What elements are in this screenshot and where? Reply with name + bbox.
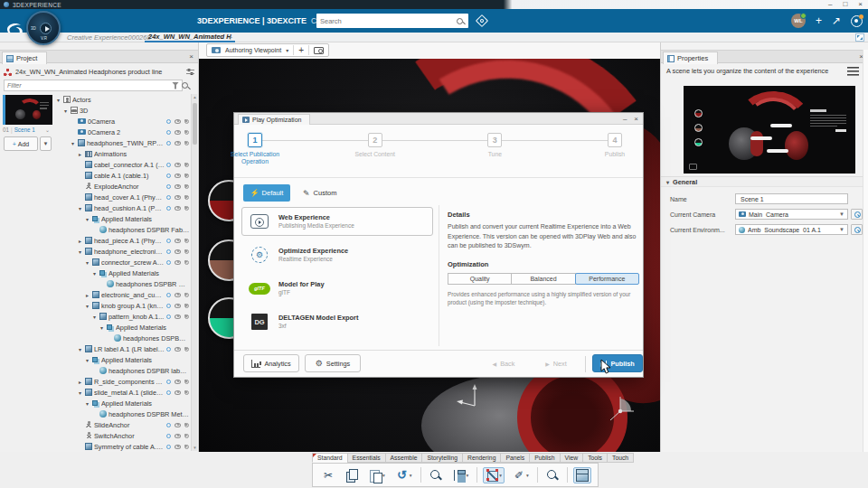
filter-input[interactable]: [5, 82, 172, 89]
dropdown-arrow-icon[interactable]: ▾: [499, 473, 502, 478]
tree-item[interactable]: ▾headphone_electronics A...: [54, 246, 190, 257]
share-icon[interactable]: ↗: [832, 15, 841, 26]
navigation-gizmo[interactable]: [604, 395, 637, 426]
user-avatar[interactable]: WL: [791, 14, 806, 28]
collapse-arrow-icon[interactable]: ▾: [84, 216, 90, 222]
wizard-step-4[interactable]: 4 Publish: [608, 133, 622, 147]
view-cube-icon[interactable]: [573, 467, 591, 483]
add-scene-dropdown-icon[interactable]: ▼: [40, 136, 52, 151]
help-compass-icon[interactable]: [851, 15, 863, 27]
tree-item[interactable]: 0Camera: [54, 116, 190, 127]
scroll-down-icon[interactable]: ▼: [192, 446, 198, 450]
visibility-icon[interactable]: [175, 184, 181, 189]
effects-icon[interactable]: [184, 119, 189, 124]
close-window-button[interactable]: ×: [858, 1, 863, 8]
expand-arrow-icon[interactable]: ▸: [77, 151, 83, 157]
effects-icon[interactable]: [184, 249, 189, 254]
visibility-icon[interactable]: [175, 195, 181, 200]
wizard-step-1[interactable]: 1 Select Publication Operation: [248, 133, 262, 147]
visibility-icon[interactable]: [175, 260, 181, 265]
panel-options-icon[interactable]: [186, 69, 194, 76]
add-content-icon[interactable]: +: [816, 15, 822, 26]
collapse-arrow-icon[interactable]: ▾: [77, 249, 83, 255]
project-panel-tab[interactable]: Project: [2, 52, 47, 64]
target-icon[interactable]: [166, 184, 171, 189]
collapse-arrow-icon[interactable]: ▾: [84, 303, 90, 309]
visibility-icon[interactable]: [175, 380, 181, 384]
quality-option[interactable]: Quality: [448, 273, 512, 285]
viewpoint-selector[interactable]: Authoring Viewpoint: [225, 47, 281, 53]
target-icon[interactable]: [166, 249, 171, 254]
tree-item[interactable]: head_cover A.1 (Physical...: [54, 192, 190, 202]
custom-mode-button[interactable]: ✎ Custom: [303, 189, 336, 198]
effects-icon[interactable]: [184, 195, 189, 200]
visibility-icon[interactable]: [175, 119, 181, 124]
bottom-tab-touch[interactable]: Touch: [607, 453, 634, 463]
target-icon[interactable]: [166, 206, 171, 211]
search-icon[interactable]: [457, 18, 463, 24]
bottom-tab-view[interactable]: View: [560, 453, 583, 463]
target-icon[interactable]: [166, 304, 171, 308]
dropdown-arrow-icon[interactable]: ▾: [382, 473, 385, 478]
tree-item[interactable]: ▾Applied Materials: [54, 354, 190, 365]
add-viewpoint-icon[interactable]: +: [298, 45, 304, 55]
tree-item[interactable]: cable A.1 (cable.1): [54, 170, 190, 181]
close-project-panel-icon[interactable]: ×: [189, 52, 193, 61]
collapse-arrow-icon[interactable]: ▾: [77, 389, 83, 396]
tree-item[interactable]: ▾headphones_TWIN_RPT_Sha...: [54, 137, 190, 148]
dropdown-arrow-icon[interactable]: ▾: [467, 473, 469, 478]
tree-item[interactable]: ▾Applied Materials: [54, 213, 190, 224]
visibility-icon[interactable]: [175, 206, 181, 211]
performance-option[interactable]: Performance: [575, 273, 639, 285]
collapse-arrow-icon[interactable]: ▾: [84, 357, 90, 363]
effects-icon[interactable]: [184, 293, 189, 297]
search-icon[interactable]: [543, 467, 561, 483]
tree-item[interactable]: Symmetry of cable A.1 (...: [54, 441, 190, 451]
tree-search-icon[interactable]: [182, 82, 188, 89]
chevron-down-icon[interactable]: ▼: [839, 227, 844, 232]
effects-icon[interactable]: [184, 184, 189, 189]
bottom-tab-panels[interactable]: Panels: [500, 453, 529, 463]
operation-optimized-experience[interactable]: ⚙ Optimized ExperienceRealtime Experienc…: [241, 240, 433, 269]
collapse-arrow-icon[interactable]: ▾: [77, 205, 83, 211]
dropdown-arrow-icon[interactable]: ▾: [410, 473, 412, 478]
scroll-up-icon[interactable]: ▲: [192, 95, 198, 99]
effects-icon[interactable]: [184, 206, 189, 211]
operation-model-for-play[interactable]: glTF Model for PlayglTF: [241, 274, 433, 303]
tree-item[interactable]: ▸R_side_components A.1 ...: [54, 376, 190, 387]
dialog-titlebar[interactable]: Play Optimization – ×: [234, 113, 643, 125]
target-icon[interactable]: [166, 119, 171, 124]
scrollbar-thumb[interactable]: [193, 103, 197, 145]
scene-thumbnail[interactable]: [3, 95, 52, 125]
undo-icon[interactable]: ↺▾: [393, 467, 415, 483]
collapse-arrow-icon[interactable]: ▾: [84, 400, 90, 407]
collapse-arrow-icon[interactable]: ▾: [77, 346, 83, 352]
viewpoint-dropdown-icon[interactable]: ▾: [286, 47, 288, 53]
effects-icon[interactable]: [184, 130, 189, 135]
effects-icon[interactable]: [184, 314, 189, 319]
paste-icon[interactable]: ▾: [366, 467, 388, 483]
tree-item[interactable]: ▾LR label A.1 (LR label.1): [54, 343, 190, 354]
effects-icon[interactable]: [184, 434, 189, 438]
visibility-icon[interactable]: [175, 347, 181, 352]
doc-tab-1[interactable]: Creative Experience000268: [63, 33, 155, 42]
collapse-arrow-icon[interactable]: ▾: [84, 259, 90, 266]
bottom-tab-standard[interactable]: Standard: [312, 453, 347, 463]
target-icon[interactable]: [166, 260, 171, 265]
tree-item[interactable]: headphones DSPBR label wh...: [54, 365, 190, 376]
panel-menu-icon[interactable]: [847, 67, 859, 76]
analytics-button[interactable]: Analytics: [243, 354, 299, 372]
effects-icon[interactable]: [184, 260, 189, 265]
tree-item[interactable]: ▾connector_screw A.1...: [54, 257, 190, 267]
visibility-icon[interactable]: [175, 314, 181, 319]
fullscreen-toggle-icon[interactable]: [855, 33, 864, 42]
tree-item[interactable]: ▾slide_metal A.1 (slide_me...: [54, 387, 190, 398]
effects-icon[interactable]: [184, 423, 189, 427]
visibility-icon[interactable]: [175, 249, 181, 254]
properties-panel-tab[interactable]: Properties: [663, 52, 718, 64]
visibility-icon[interactable]: [175, 434, 181, 438]
tree-item[interactable]: ▾knob group A.1 (kno...: [54, 300, 190, 311]
collapse-arrow-icon[interactable]: ▾: [91, 314, 98, 320]
tree-item[interactable]: headphones DSPBR Meta...: [54, 278, 190, 289]
balanced-option[interactable]: Balanced: [511, 273, 575, 285]
